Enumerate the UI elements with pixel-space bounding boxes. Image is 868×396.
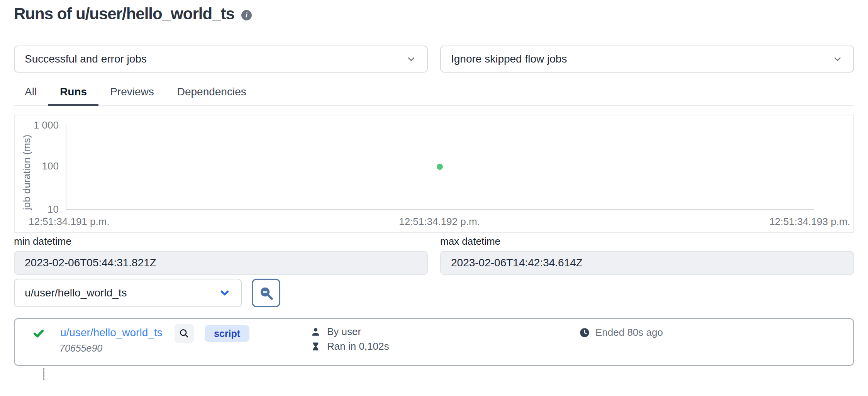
x-axis-line [66,209,814,210]
x-tick-label: 12:51:34.191 p.m. [29,216,110,228]
job-status-select-value: Successful and error jobs [25,53,147,65]
clock-icon [579,327,590,338]
run-path-link[interactable]: u/user/hello_world_ts [60,327,163,339]
chevron-down-icon [405,53,417,65]
info-icon[interactable]: i [241,10,252,20]
tabs: All Runs Previews Dependencies [14,82,854,106]
skipped-flows-select[interactable]: Ignore skipped flow jobs [440,46,854,73]
timeline-tick [43,368,44,380]
chevron-down-icon [219,287,231,299]
job-status-select[interactable]: Successful and error jobs [14,46,428,73]
runs-duration-chart: job duration (ms) 1 000 100 10 12:51:34.… [14,115,854,233]
max-datetime-label: max datetime [440,235,854,247]
job-kind-badge: script [205,325,249,342]
chart-plot-area [66,125,814,209]
inspect-run-button[interactable] [175,324,194,343]
filters-row: Successful and error jobs Ignore skipped… [14,46,854,73]
tab-runs[interactable]: Runs [48,82,98,106]
script-path-select[interactable]: u/user/hello_world_ts [14,279,242,307]
search-runs-button[interactable] [252,279,280,307]
run-by: By user [327,326,361,338]
max-datetime-input[interactable]: 2023-02-06T14:42:34.614Z [440,251,854,275]
skipped-flows-select-value: Ignore skipped flow jobs [451,53,567,65]
y-tick-label: 100 [15,160,59,172]
tab-all[interactable]: All [14,82,48,106]
magnifier-icon [179,328,190,339]
hourglass-icon [310,341,321,352]
max-datetime-value: 2023-02-06T14:42:34.614Z [451,257,583,269]
min-datetime-input[interactable]: 2023-02-06T05:44:31.821Z [14,251,428,275]
min-datetime-value: 2023-02-06T05:44:31.821Z [25,257,156,269]
x-tick-label: 12:51:34.192 p.m. [399,216,480,228]
run-ended: Ended 80s ago [579,327,663,338]
run-duration: Ran in 0,102s [327,340,389,352]
datetime-filters: min datetime 2023-02-06T05:44:31.821Z ma… [14,235,854,275]
person-icon [310,327,321,337]
script-picker-row: u/user/hello_world_ts [14,279,280,307]
tab-previews[interactable]: Previews [98,82,166,106]
run-meta: By user Ran in 0,102s [310,324,389,354]
info-icon-glyph: i [246,11,248,19]
run-ended-text: Ended 80s ago [595,327,663,338]
y-tick-label: 10 [15,203,59,215]
success-check-icon [32,327,45,341]
tab-dependencies[interactable]: Dependencies [166,82,258,106]
run-id: 70655e90 [59,343,102,354]
run-row[interactable]: u/user/hello_world_ts script 70655e90 By… [14,318,854,366]
page-header: Runs of u/user/hello_world_ts i [14,5,252,23]
x-tick-label: 12:51:34.193 p.m. [769,216,850,228]
run-data-point[interactable] [437,164,443,170]
min-datetime-label: min datetime [14,235,428,247]
y-tick-label: 1 000 [15,119,59,131]
magnifier-minus-icon [258,285,274,301]
page-title: Runs of u/user/hello_world_ts [14,5,234,23]
script-path-select-value: u/user/hello_world_ts [25,287,127,299]
chevron-down-icon [832,53,843,65]
